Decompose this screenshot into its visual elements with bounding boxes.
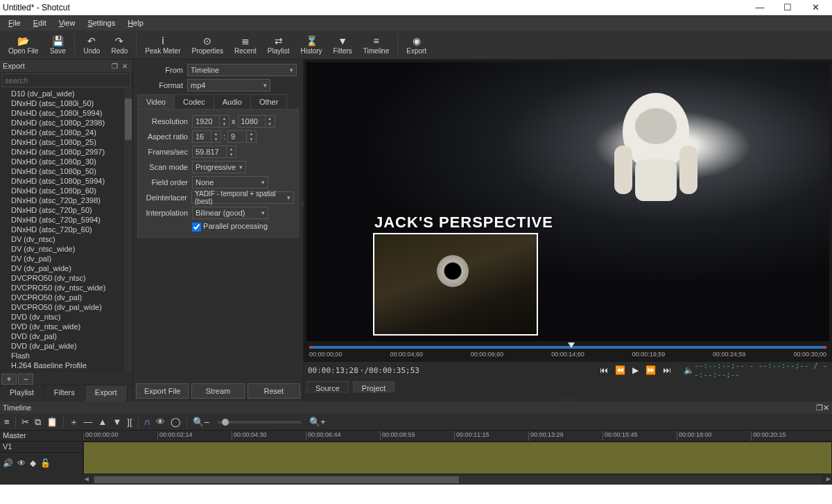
ripple-icon[interactable]: ◯ [171, 417, 181, 427]
preset-search[interactable] [1, 73, 131, 87]
menu-settings[interactable]: Settings [82, 17, 121, 28]
preset-item[interactable]: Flash [10, 351, 132, 360]
play-icon[interactable]: ▶ [632, 365, 639, 375]
resolution-width-input[interactable]: 1920▲▼ [192, 115, 229, 128]
mute-icon[interactable]: 🔊 [3, 458, 13, 468]
menu-edit[interactable]: Edit [28, 17, 52, 28]
zoom-in-icon[interactable]: 🔍+ [309, 417, 326, 427]
preset-item[interactable]: DNxHD (atsc_1080p_25) [10, 137, 132, 147]
export-tab-video[interactable]: Video [137, 94, 175, 109]
v1-track-header[interactable]: V1 [0, 442, 83, 453]
format-select[interactable]: mp4 [187, 79, 270, 92]
composite-icon[interactable]: ◆ [30, 458, 36, 468]
undock-icon[interactable]: ❐ [110, 62, 120, 70]
preset-item[interactable]: DNxHD (atsc_1080p_30) [10, 157, 132, 166]
timeline-clip[interactable] [83, 442, 832, 474]
preset-item[interactable]: DNxHD (atsc_720p_5994) [10, 215, 132, 225]
splitter-handle[interactable]: ······ [301, 201, 306, 222]
toolbar-filters[interactable]: ▼Filters [329, 34, 356, 56]
lift-icon[interactable]: ▲ [98, 417, 107, 427]
split-icon[interactable]: ][ [127, 417, 132, 427]
scan-select[interactable]: Progressive [192, 161, 246, 173]
preset-item[interactable]: DNxHD (atsc_720p_60) [10, 225, 132, 234]
paste-icon[interactable]: 📋 [46, 417, 58, 427]
preset-list[interactable]: D10 (dv_pal_wide)DNxHD (atsc_1080i_50)DN… [0, 89, 132, 372]
toolbar-save[interactable]: 💾Save [45, 34, 70, 56]
preset-item[interactable]: DNxHD (atsc_1080i_50) [10, 98, 132, 108]
copy-icon[interactable]: ⧉ [35, 417, 41, 428]
snap-icon[interactable]: ∩ [144, 417, 150, 427]
preset-item[interactable]: DV (dv_ntsc) [10, 234, 132, 244]
preset-item[interactable]: DNxHD (atsc_720p_50) [10, 205, 132, 215]
preset-item[interactable]: DNxHD (atsc_1080p_50) [10, 166, 132, 176]
export-file-button[interactable]: Export File [136, 383, 189, 399]
menu-help[interactable]: Help [122, 17, 149, 28]
preset-item[interactable]: D10 (dv_pal_wide) [10, 89, 132, 98]
toolbar-redo[interactable]: ↷Redo [107, 34, 132, 56]
preview-viewport[interactable]: JACK'S PERSPECTIVE [306, 62, 829, 341]
preset-item[interactable]: H.264 High Profile [10, 370, 132, 372]
skip-end-icon[interactable]: ⏭ [663, 365, 671, 375]
timeline-close-icon[interactable]: ✕ [823, 403, 829, 412]
maximize-button[interactable]: ☐ [774, 0, 801, 15]
preset-item[interactable]: DVCPRO50 (dv_ntsc_wide) [10, 283, 132, 293]
preset-item[interactable]: H.264 Baseline Profile [10, 360, 132, 370]
reset-button[interactable]: Reset [248, 383, 300, 399]
toolbar-properties[interactable]: ⊙Properties [188, 34, 228, 56]
toolbar-timeline[interactable]: ≡Timeline [359, 34, 393, 56]
scrub-icon[interactable]: 👁 [156, 417, 165, 427]
export-tab-codec[interactable]: Codec [174, 94, 214, 109]
export-tab-other[interactable]: Other [250, 94, 288, 109]
toolbar-peak-meter[interactable]: ⅰPeak Meter [141, 34, 184, 56]
hide-icon[interactable]: 👁 [17, 458, 26, 468]
aspect-height-input[interactable]: 9▲▼ [227, 130, 257, 143]
toolbar-undo[interactable]: ↶Undo [79, 34, 104, 56]
from-select[interactable]: Timeline [187, 64, 297, 76]
menu-file[interactable]: File [3, 17, 26, 28]
close-button[interactable]: ✕ [801, 0, 829, 15]
preset-item[interactable]: DVCPRO50 (dv_pal) [10, 293, 132, 302]
close-panel-icon[interactable]: ✕ [120, 62, 130, 70]
add-preset-button[interactable]: + [1, 374, 17, 385]
deinterlacer-select[interactable]: YADIF - temporal + spatial (best) [191, 191, 294, 204]
fps-input[interactable]: 59.817▲▼ [192, 146, 236, 158]
timeline-undock-icon[interactable]: ❐ [816, 403, 823, 412]
parallel-checkbox[interactable] [192, 223, 201, 232]
toolbar-open-file[interactable]: 📂Open File [4, 34, 42, 56]
timeline-tracks[interactable]: 00:00:00:0000:00:02:1400:00:04:3000:00:0… [83, 431, 832, 475]
zoom-slider[interactable] [218, 421, 301, 424]
export-tab-audio[interactable]: Audio [214, 94, 251, 109]
timeline-hscrollbar[interactable] [93, 476, 822, 484]
tab-filters[interactable]: Filters [44, 385, 85, 401]
preview-tab-source[interactable]: Source [306, 381, 349, 392]
menu-view[interactable]: View [53, 17, 81, 28]
aspect-width-input[interactable]: 16▲▼ [192, 130, 221, 143]
append-icon[interactable]: ＋ [69, 416, 78, 428]
volume-icon[interactable]: 🔈 [684, 365, 694, 375]
master-track-header[interactable]: Master [0, 431, 83, 442]
field-select[interactable]: None [192, 176, 268, 189]
rewind-icon[interactable]: ⏪ [615, 365, 625, 375]
minimize-button[interactable]: — [746, 0, 774, 15]
skip-start-icon[interactable]: ⏮ [600, 365, 608, 375]
preset-item[interactable]: DV (dv_ntsc_wide) [10, 244, 132, 254]
preset-search-input[interactable] [2, 74, 130, 87]
fast-forward-icon[interactable]: ⏩ [645, 365, 656, 375]
preset-item[interactable]: DNxHD (atsc_1080p_2997) [10, 147, 132, 157]
tab-playlist[interactable]: Playlist [0, 385, 44, 401]
remove-preset-button[interactable]: − [18, 374, 33, 385]
toolbar-history[interactable]: ⌛History [296, 34, 326, 56]
preset-item[interactable]: DNxHD (atsc_1080i_5994) [10, 108, 132, 118]
preset-item[interactable]: DVCPRO50 (dv_ntsc) [10, 273, 132, 283]
interpolation-select[interactable]: Bilinear (good) [192, 207, 268, 219]
preset-item[interactable]: DVD (dv_ntsc_wide) [10, 322, 132, 331]
current-timecode[interactable]: 00:00:13;28 [308, 366, 358, 375]
preset-scrollbar[interactable] [124, 89, 132, 372]
preset-item[interactable]: DVD (dv_pal_wide) [10, 341, 132, 351]
zoom-out-icon[interactable]: 🔍‒ [193, 417, 209, 427]
preset-item[interactable]: DVD (dv_ntsc) [10, 312, 132, 322]
preview-tab-project[interactable]: Project [353, 381, 395, 392]
insert-icon[interactable]: ▼ [112, 417, 121, 427]
stream-button[interactable]: Stream [191, 383, 244, 399]
preset-item[interactable]: DV (dv_pal) [10, 254, 132, 263]
